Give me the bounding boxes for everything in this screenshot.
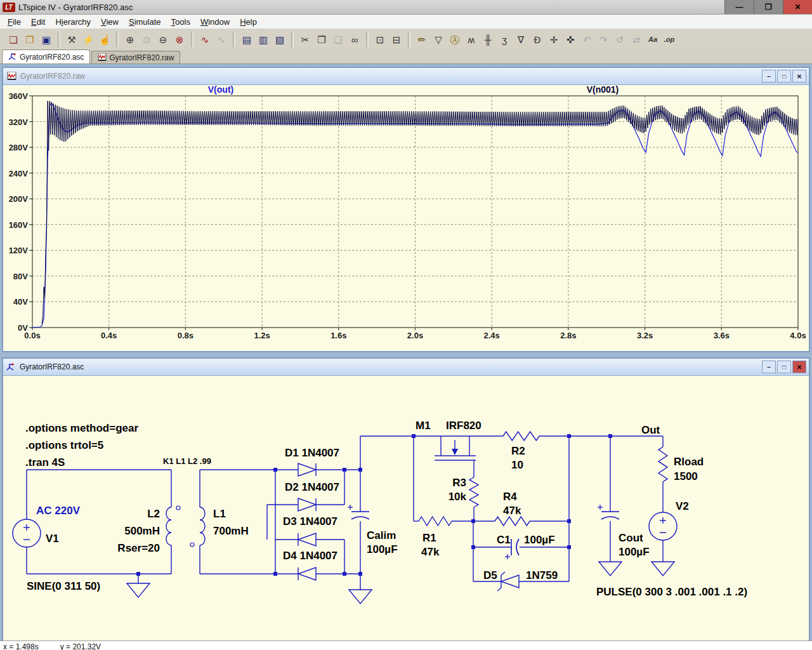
tile-vertical-icon[interactable]: ▥ <box>255 32 272 47</box>
waveform-maximize-button[interactable]: □ <box>777 70 791 83</box>
capacitor-icon[interactable]: ╫ <box>480 32 496 47</box>
restore-button[interactable]: ❐ <box>754 0 783 14</box>
coupling-directive: K1 L1 L2 .99 <box>163 456 211 466</box>
spice-directive-icon[interactable]: .op <box>661 32 678 47</box>
junction-dot <box>412 434 416 438</box>
copy-icon[interactable]: ❐ <box>313 32 330 47</box>
schematic-close-button[interactable]: ✕ <box>792 361 806 373</box>
toolbar-separator <box>58 32 60 47</box>
menu-hierarchy[interactable]: Hierarchy <box>50 16 96 28</box>
tab-label: GyratorIRF820.asc <box>20 53 84 62</box>
calim-value: 100µF <box>367 543 398 555</box>
waveform-close-button[interactable]: ✕ <box>792 70 806 83</box>
r2-name: R2 <box>511 445 525 457</box>
y-tick-label: 160V <box>9 220 29 230</box>
d5-value: 1N759 <box>526 569 558 581</box>
x-tick-label: 4.0s <box>790 331 806 340</box>
tab-gyratorirf820.raw[interactable]: GyratorIRF820.raw <box>91 51 180 63</box>
ground-symbol <box>127 583 150 597</box>
ground-symbol <box>349 590 372 604</box>
schematic-canvas[interactable]: .options method=gear.options trtol=5.tra… <box>3 376 809 640</box>
cascade-windows-icon[interactable]: ▧ <box>272 32 288 47</box>
schematic-maximize-button[interactable]: □ <box>777 361 791 373</box>
redo-icon[interactable]: ↷ <box>595 32 612 47</box>
tab-gyratorirf820.asc[interactable]: GyratorIRF820.asc <box>2 50 90 63</box>
y-tick-label: 280V <box>9 143 29 152</box>
menu-edit[interactable]: Edit <box>26 16 50 28</box>
drag-tool-icon[interactable]: ✜ <box>562 32 579 47</box>
schematic-canvas-area[interactable]: .options method=gear.options trtol=5.tra… <box>3 376 809 640</box>
find-binoculars-icon[interactable]: ∞ <box>346 32 363 47</box>
directive-options-method: .options method=gear <box>25 422 138 434</box>
zoom-in-icon[interactable]: ⊕ <box>122 32 138 47</box>
diode-icon[interactable]: ∇ <box>513 32 529 47</box>
y-tick-label: 80V <box>13 272 28 281</box>
menu-tools[interactable]: Tools <box>166 16 195 28</box>
menu-help[interactable]: Help <box>235 16 262 28</box>
menu-view[interactable]: View <box>96 16 124 28</box>
junction-dot <box>343 572 346 576</box>
waveform-plot-area[interactable]: 0V40V80V120V160V200V240V280V320V360V0.0s… <box>3 85 809 351</box>
junction-dot <box>273 468 277 472</box>
schematic-window-titlebar[interactable]: GyratorIRF820.asc – □ ✕ <box>3 359 809 376</box>
cursor-x-readout: x = 1.498s <box>3 642 39 650</box>
plot-settings-icon[interactable]: ∿ <box>213 32 230 47</box>
print-icon[interactable]: ⊟ <box>388 32 405 47</box>
toolbar-separator <box>116 32 119 47</box>
wire-pencil-icon[interactable]: ✏ <box>414 32 430 47</box>
resistor-icon[interactable]: ʍ <box>463 32 480 47</box>
schematic-minimize-button[interactable]: – <box>762 361 776 373</box>
v2-value: PULSE(0 300 3 .001 .001 .1 .2) <box>596 586 747 598</box>
mirror-icon[interactable]: ⇄ <box>628 32 645 47</box>
r3-value: 10k <box>449 491 467 503</box>
capacitor-plate-curved <box>516 539 519 555</box>
net-label-out: Out <box>641 424 660 436</box>
halt-simulation-icon[interactable]: ☝ <box>96 32 113 47</box>
tile-horizontal-icon[interactable]: ▤ <box>239 32 255 47</box>
r2-value: 10 <box>511 459 523 471</box>
directive-tran: .tran 4S <box>25 456 65 468</box>
c1-value: 100µF <box>524 534 555 546</box>
rload-name: Rload <box>674 456 704 468</box>
window-title: LTspice IV - GyratorIRF820.asc <box>18 3 133 12</box>
paste-icon[interactable]: ❑ <box>330 32 346 47</box>
zoom-out-icon[interactable]: ⊖ <box>155 32 171 47</box>
cout-name: Cout <box>619 532 643 544</box>
text-tool-icon[interactable]: Aa <box>645 32 661 47</box>
l2-rser: Rser=20 <box>117 542 160 554</box>
save-icon[interactable]: ▣ <box>38 32 55 47</box>
v1-value: SINE(0 311 50) <box>27 580 100 592</box>
tabbar: GyratorIRF820.ascGyratorIRF820.raw <box>0 50 812 64</box>
open-folder-icon[interactable]: ❒ <box>22 32 38 47</box>
menu-file[interactable]: File <box>3 16 26 28</box>
cut-icon[interactable]: ✂ <box>297 32 313 47</box>
waveform-minimize-button[interactable]: – <box>762 70 776 83</box>
junction-dot <box>567 434 571 438</box>
junction-dot <box>358 572 362 576</box>
new-schematic-icon[interactable]: ❏ <box>5 32 22 47</box>
undo-icon[interactable]: ↶ <box>579 32 595 47</box>
component-icon[interactable]: Ð <box>529 32 546 47</box>
r1-name: R1 <box>422 532 436 544</box>
autorange-y-axis-icon[interactable]: ∿ <box>197 32 213 47</box>
run-simulation-icon[interactable]: ⚡ <box>80 32 96 47</box>
ground-icon[interactable]: ▽ <box>430 32 447 47</box>
diode-symbol <box>298 567 316 580</box>
menu-window[interactable]: Window <box>195 16 235 28</box>
control-panel-hammer-icon[interactable]: ⚒ <box>63 32 80 47</box>
rotate-icon[interactable]: ↺ <box>612 32 628 47</box>
minimize-button[interactable]: — <box>724 0 754 14</box>
zoom-full-extents-icon[interactable]: ⊗ <box>171 32 188 47</box>
print-setup-icon[interactable]: ⊡ <box>372 32 388 47</box>
inductor-icon[interactable]: ʒ <box>496 32 513 47</box>
menu-simulate[interactable]: Simulate <box>124 16 166 28</box>
trace-label-Vout: V(out) <box>208 85 233 95</box>
x-tick-label: 2.4s <box>484 331 500 340</box>
close-button[interactable]: ✕ <box>783 0 812 14</box>
zoom-back-icon[interactable]: ⊙ <box>138 32 155 47</box>
waveform-window-title: GyratorIRF820.raw <box>20 72 85 81</box>
move-tool-icon[interactable]: ✛ <box>546 32 562 47</box>
waveform-plot[interactable]: 0V40V80V120V160V200V240V280V320V360V0.0s… <box>3 85 809 351</box>
net-label-icon[interactable]: Ⓐ <box>447 32 463 47</box>
waveform-window-titlebar[interactable]: GyratorIRF820.raw – □ ✕ <box>3 68 809 85</box>
